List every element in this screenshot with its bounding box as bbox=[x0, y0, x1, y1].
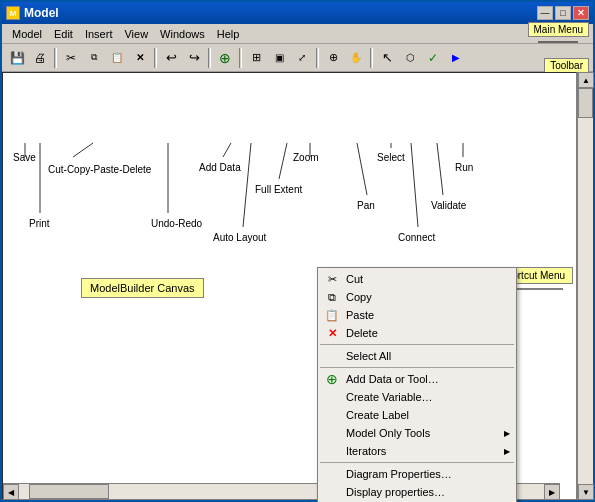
ctx-create-label[interactable]: Create Label bbox=[318, 406, 516, 424]
copy-button[interactable]: ⧉ bbox=[83, 47, 105, 69]
separator-1 bbox=[54, 48, 57, 68]
maximize-button[interactable]: □ bbox=[555, 6, 571, 20]
title-bar-left: M Model bbox=[6, 6, 59, 20]
ctx-add-data-label: Add Data or Tool… bbox=[346, 373, 439, 385]
ctx-copy-label: Copy bbox=[346, 291, 372, 303]
connect-button[interactable]: ⬡ bbox=[399, 47, 421, 69]
title-bar: M Model — □ ✕ bbox=[2, 2, 593, 24]
close-button[interactable]: ✕ bbox=[573, 6, 589, 20]
minimize-button[interactable]: — bbox=[537, 6, 553, 20]
ctx-select-all[interactable]: Select All bbox=[318, 347, 516, 365]
separator-2 bbox=[154, 48, 157, 68]
run-button[interactable]: ▶ bbox=[445, 47, 467, 69]
menu-help[interactable]: Help bbox=[211, 26, 246, 42]
ctx-iterators-label: Iterators bbox=[346, 445, 386, 457]
add-data-button[interactable]: ⊕ bbox=[214, 47, 236, 69]
cursor-button[interactable]: ↖ bbox=[376, 47, 398, 69]
scroll-left-button[interactable]: ◀ bbox=[3, 484, 19, 500]
ctx-diagram-props[interactable]: Diagram Properties… bbox=[318, 465, 516, 483]
ctx-separator-1 bbox=[320, 344, 514, 345]
ctx-cut[interactable]: ✂ Cut bbox=[318, 270, 516, 288]
menu-view[interactable]: View bbox=[118, 26, 154, 42]
main-menu-callout: Main Menu bbox=[528, 22, 589, 37]
scroll-thumb-v[interactable] bbox=[578, 88, 593, 118]
toolbar: 💾 🖨 ✂ ⧉ 📋 ✕ ↩ ↪ ⊕ ⊞ ▣ ⤢ ⊕ ✋ ↖ ⬡ ✓ ▶ Tool… bbox=[2, 44, 593, 72]
select-all-button[interactable]: ▣ bbox=[268, 47, 290, 69]
ctx-display-props[interactable]: Display properties… bbox=[318, 483, 516, 501]
redo-button[interactable]: ↪ bbox=[183, 47, 205, 69]
zoom-button[interactable]: ⊕ bbox=[322, 47, 344, 69]
delete-button[interactable]: ✕ bbox=[129, 47, 151, 69]
ctx-create-variable-label: Create Variable… bbox=[346, 391, 433, 403]
ctx-model-only-tools[interactable]: Model Only Tools ▶ bbox=[318, 424, 516, 442]
cut-button[interactable]: ✂ bbox=[60, 47, 82, 69]
application-window: M Model — □ ✕ Model Edit Insert View Win… bbox=[0, 0, 595, 502]
delete-icon: ✕ bbox=[322, 327, 342, 340]
ctx-separator-2 bbox=[320, 367, 514, 368]
ctx-create-variable[interactable]: Create Variable… bbox=[318, 388, 516, 406]
layout-button[interactable]: ⊞ bbox=[245, 47, 267, 69]
toolbar-callout: Toolbar bbox=[544, 58, 589, 73]
ctx-cut-label: Cut bbox=[346, 273, 363, 285]
vertical-scrollbar: ▲ ▼ bbox=[577, 72, 593, 500]
ctx-create-label-label: Create Label bbox=[346, 409, 409, 421]
save-button[interactable]: 💾 bbox=[6, 47, 28, 69]
main-area: ModelBuilder Canvas Save Print Cut-Copy-… bbox=[2, 72, 593, 500]
copy-icon: ⧉ bbox=[322, 291, 342, 304]
submenu-arrow-model: ▶ bbox=[504, 429, 510, 438]
scroll-up-button[interactable]: ▲ bbox=[578, 72, 594, 88]
menu-bar: Model Edit Insert View Windows Help Main… bbox=[2, 24, 593, 44]
submenu-arrow-iterators: ▶ bbox=[504, 447, 510, 456]
ctx-paste[interactable]: 📋 Paste bbox=[318, 306, 516, 324]
cut-icon: ✂ bbox=[322, 273, 342, 286]
ctx-paste-label: Paste bbox=[346, 309, 374, 321]
pan-button[interactable]: ✋ bbox=[345, 47, 367, 69]
ctx-select-all-label: Select All bbox=[346, 350, 391, 362]
paste-button[interactable]: 📋 bbox=[106, 47, 128, 69]
window-title: Model bbox=[24, 6, 59, 20]
scroll-right-button[interactable]: ▶ bbox=[544, 484, 560, 500]
separator-6 bbox=[370, 48, 373, 68]
ctx-display-props-label: Display properties… bbox=[346, 486, 445, 498]
menu-model[interactable]: Model bbox=[6, 26, 48, 42]
ctx-iterators[interactable]: Iterators ▶ bbox=[318, 442, 516, 460]
separator-4 bbox=[239, 48, 242, 68]
ctx-diagram-props-label: Diagram Properties… bbox=[346, 468, 452, 480]
paste-icon: 📋 bbox=[322, 309, 342, 322]
ctx-add-data[interactable]: ⊕ Add Data or Tool… bbox=[318, 370, 516, 388]
undo-button[interactable]: ↩ bbox=[160, 47, 182, 69]
add-data-icon: ⊕ bbox=[322, 371, 342, 387]
scroll-track-v[interactable] bbox=[578, 88, 593, 484]
ctx-delete[interactable]: ✕ Delete bbox=[318, 324, 516, 342]
canvas-label-box: ModelBuilder Canvas bbox=[81, 278, 204, 298]
separator-5 bbox=[316, 48, 319, 68]
separator-3 bbox=[208, 48, 211, 68]
menu-edit[interactable]: Edit bbox=[48, 26, 79, 42]
print-button[interactable]: 🖨 bbox=[29, 47, 51, 69]
ctx-delete-label: Delete bbox=[346, 327, 378, 339]
validate-button[interactable]: ✓ bbox=[422, 47, 444, 69]
scroll-thumb-h[interactable] bbox=[29, 484, 109, 499]
ctx-separator-3 bbox=[320, 462, 514, 463]
full-extent-button[interactable]: ⤢ bbox=[291, 47, 313, 69]
ctx-model-only-tools-label: Model Only Tools bbox=[346, 427, 430, 439]
context-menu: ✂ Cut ⧉ Copy 📋 Paste ✕ Delete Selec bbox=[317, 267, 517, 502]
window-icon: M bbox=[6, 6, 20, 20]
ctx-copy[interactable]: ⧉ Copy bbox=[318, 288, 516, 306]
title-buttons: — □ ✕ bbox=[537, 6, 589, 20]
menu-insert[interactable]: Insert bbox=[79, 26, 119, 42]
scroll-down-button[interactable]: ▼ bbox=[578, 484, 594, 500]
menu-windows[interactable]: Windows bbox=[154, 26, 211, 42]
